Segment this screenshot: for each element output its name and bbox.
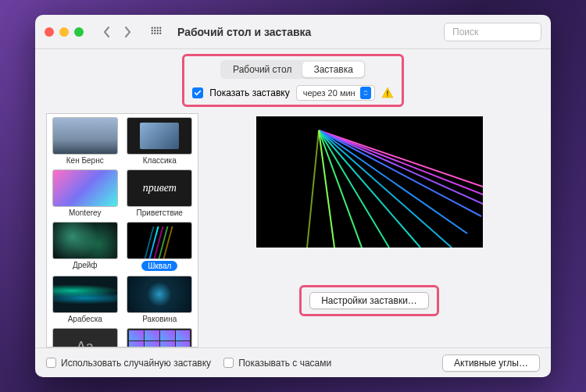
show-all-icon[interactable] [148,23,165,41]
random-label: Использовать случайную заставку [61,358,211,369]
screensaver-preview [256,116,483,248]
delay-value: через 20 мин [303,88,356,98]
thumb-preview [127,328,192,347]
hello-text: привет [143,182,177,194]
warning-icon [381,87,394,99]
svg-point-5 [154,30,155,31]
thumb-monterey[interactable]: Monterey [48,168,122,219]
thumb-label: Арабеска [68,315,102,323]
thumb-shkval[interactable]: Шквал [123,220,197,273]
thumb-preview [127,117,192,155]
delay-popup[interactable]: через 20 мин [296,85,375,101]
thumb-label: Приветствие [137,208,183,217]
prefs-window: Рабочий стол и заставка Рабочий стол Зас… [35,15,551,377]
random-checkbox[interactable] [46,358,56,368]
svg-rect-15 [387,95,388,96]
thumb-hello[interactable]: привет Приветствие [123,168,197,219]
show-clock-option[interactable]: Показывать с часами [223,358,331,369]
thumb-label: Классика [143,156,177,165]
footer: Использовать случайную заставку Показыва… [35,347,551,377]
svg-point-4 [152,30,153,31]
svg-point-3 [159,27,161,28]
thumb-label: Шквал [141,261,177,271]
thumb-label: Monterey [69,208,102,217]
page-title: Рабочий стол и заставка [177,26,311,38]
svg-point-0 [152,27,153,28]
svg-point-10 [157,32,159,34]
highlight-tabs-row: Рабочий стол Заставка Показать заставку … [182,54,403,107]
highlight-settings-button: Настройки заставки… [299,285,439,316]
screensaver-settings-button[interactable]: Настройки заставки… [309,292,429,309]
svg-point-9 [154,32,155,34]
thumb-classic[interactable]: Классика [123,116,197,166]
forward-button[interactable] [118,23,137,41]
svg-point-11 [159,32,161,34]
search-field[interactable] [444,23,541,41]
stepper-arrows-icon [360,87,371,99]
content-area: Кен Бернс Классика Monterey привет Приве… [35,113,551,347]
titlebar: Рабочий стол и заставка [35,15,551,49]
back-button[interactable] [98,23,116,41]
thumb-label: Раковина [142,315,177,323]
thumb-preview [52,169,118,207]
thumb-message[interactable]: Aa Сообщение [48,326,122,347]
thumb-preview [52,117,118,155]
svg-point-7 [159,30,161,31]
header-controls: Рабочий стол Заставка Показать заставку … [35,49,551,113]
show-screensaver-row: Показать заставку через 20 мин [192,85,393,101]
svg-point-8 [152,32,153,34]
svg-point-2 [157,27,159,28]
thumb-arabesque[interactable]: Арабеска [48,274,122,325]
svg-point-1 [154,27,155,28]
tab-segmented: Рабочий стол Заставка [220,60,366,79]
thumb-preview: Aa [52,328,118,347]
tab-screensaver[interactable]: Заставка [302,62,364,77]
thumb-label: Кен Бернс [66,156,104,165]
thumb-preview [127,276,192,313]
close-icon[interactable] [45,27,54,37]
thumb-preview [52,222,118,259]
svg-point-6 [157,30,159,31]
nav-arrows [98,23,137,41]
thumb-drift[interactable]: Дрейф [48,220,122,273]
thumb-shell[interactable]: Раковина [123,274,197,325]
thumb-ken-burns[interactable]: Кен Бернс [48,116,122,166]
zoom-icon[interactable] [74,27,84,37]
thumb-covers[interactable]: Обложки [123,326,197,347]
clock-checkbox[interactable] [223,358,234,368]
traffic-lights [45,27,84,37]
clock-label: Показывать с часами [238,358,331,369]
thumb-preview [127,222,192,259]
tab-desktop[interactable]: Рабочий стол [222,62,302,77]
search-input[interactable] [452,27,551,37]
thumb-label: Дрейф [73,261,98,269]
show-screensaver-label: Показать заставку [209,87,289,98]
screensaver-gallery[interactable]: Кен Бернс Классика Monterey привет Приве… [46,113,198,347]
preview-pane: Настройки заставки… [198,113,540,347]
thumb-preview: привет [127,169,192,207]
checkmark-icon [194,89,202,97]
show-screensaver-checkbox[interactable] [192,87,203,98]
hot-corners-button[interactable]: Активные углы… [442,355,540,372]
random-screensaver-option[interactable]: Использовать случайную заставку [46,358,211,369]
thumb-preview [52,276,118,313]
minimize-icon[interactable] [59,27,69,37]
svg-rect-14 [387,91,388,94]
